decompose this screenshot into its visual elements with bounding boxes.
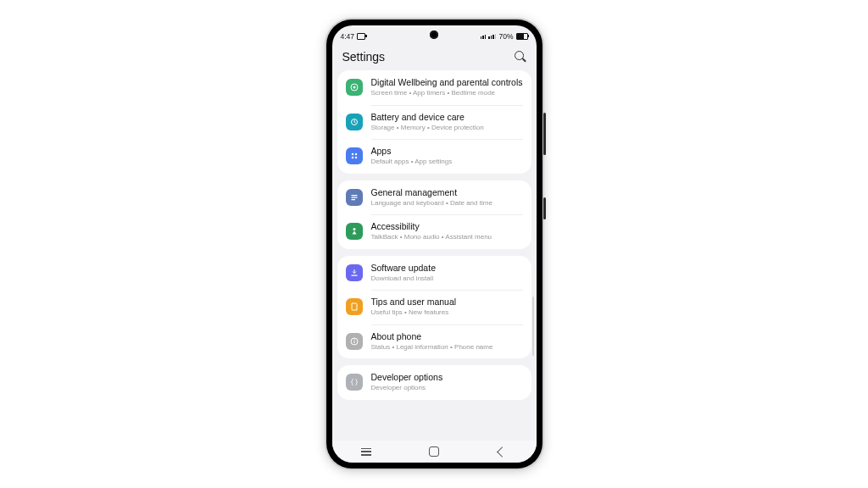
settings-list[interactable]: Digital Wellbeing and parental controlsS… [332, 70, 537, 400]
scrollbar[interactable] [532, 297, 534, 356]
phone-frame: 4:47 70% Settings Digital Wellbeing and … [326, 19, 542, 469]
video-icon [357, 33, 365, 40]
settings-item-text: Developer optionsDeveloper options [371, 372, 443, 393]
settings-item-subtitle: Developer options [371, 384, 443, 392]
nav-back[interactable] [496, 446, 508, 458]
svg-point-3 [351, 153, 353, 156]
settings-item-subtitle: Default apps • App settings [371, 158, 453, 166]
phone-screen: 4:47 70% Settings Digital Wellbeing and … [332, 25, 537, 463]
svg-rect-9 [351, 199, 355, 200]
settings-group: Software updateDownload and installTips … [337, 256, 531, 359]
settings-item-subtitle: Status • Legal information • Phone name [371, 343, 493, 352]
braces-icon [346, 374, 363, 391]
nav-home[interactable] [428, 446, 440, 458]
svg-point-6 [354, 157, 357, 159]
status-battery-pct: 70% [498, 32, 513, 41]
info-icon [346, 333, 363, 350]
settings-item-label: Apps [371, 146, 453, 157]
settings-item-text: About phoneStatus • Legal information • … [371, 331, 493, 352]
settings-item-subtitle: Download and install [371, 274, 436, 283]
settings-item-tips-user-manual[interactable]: Tips and user manualUseful tips • New fe… [337, 290, 531, 324]
care-icon [346, 114, 363, 130]
svg-rect-7 [351, 195, 357, 196]
settings-item-apps[interactable]: AppsDefault apps • App settings [337, 139, 531, 174]
settings-item-subtitle: Language and keyboard • Date and time [371, 199, 492, 208]
svg-rect-8 [351, 197, 357, 197]
settings-item-text: Digital Wellbeing and parental controlsS… [371, 77, 523, 98]
settings-item-accessibility[interactable]: AccessibilityTalkBack • Mono audio • Ass… [337, 214, 531, 249]
settings-item-battery-device-care[interactable]: Battery and device careStorage • Memory … [337, 105, 531, 140]
download-icon [346, 264, 363, 281]
battery-icon [516, 33, 528, 40]
settings-item-text: General managementLanguage and keyboard … [371, 187, 492, 208]
svg-point-4 [354, 153, 357, 156]
settings-item-label: Developer options [371, 372, 443, 383]
svg-point-5 [351, 157, 353, 159]
settings-item-subtitle: TalkBack • Mono audio • Assistant menu [371, 233, 492, 241]
svg-rect-13 [353, 341, 354, 343]
settings-item-digital-wellbeing[interactable]: Digital Wellbeing and parental controlsS… [337, 70, 531, 105]
settings-item-text: AppsDefault apps • App settings [371, 146, 453, 167]
search-icon[interactable] [515, 51, 526, 63]
lines-icon [346, 189, 363, 206]
app-header: Settings [332, 45, 537, 70]
svg-point-10 [353, 228, 355, 230]
volume-button [543, 113, 546, 155]
settings-item-label: Digital Wellbeing and parental controls [371, 77, 523, 88]
settings-item-label: Accessibility [371, 221, 492, 232]
settings-group: Developer optionsDeveloper options [337, 365, 531, 400]
settings-item-subtitle: Screen time • App timers • Bedtime mode [371, 89, 523, 97]
settings-group: Digital Wellbeing and parental controlsS… [337, 70, 531, 174]
settings-group: General managementLanguage and keyboard … [337, 180, 531, 249]
settings-item-label: Tips and user manual [371, 297, 457, 308]
svg-rect-11 [351, 274, 357, 275]
settings-item-label: General management [371, 187, 492, 198]
settings-item-subtitle: Useful tips • New features [371, 308, 457, 317]
person-icon [346, 223, 363, 240]
svg-point-1 [353, 86, 355, 89]
front-camera [430, 30, 438, 39]
grid-icon [346, 147, 363, 164]
settings-item-developer-options[interactable]: Developer optionsDeveloper options [337, 365, 531, 400]
settings-item-software-update[interactable]: Software updateDownload and install [337, 256, 531, 291]
settings-item-general-management[interactable]: General managementLanguage and keyboard … [337, 180, 531, 215]
nav-bar [332, 441, 537, 463]
settings-item-text: Battery and device careStorage • Memory … [371, 112, 484, 133]
target-icon [346, 79, 363, 96]
settings-item-label: About phone [371, 331, 493, 342]
settings-item-about-phone[interactable]: About phoneStatus • Legal information • … [337, 324, 531, 359]
status-time: 4:47 [341, 32, 355, 41]
page-title: Settings [342, 50, 386, 64]
settings-item-label: Software update [371, 263, 436, 274]
power-button [543, 197, 546, 219]
svg-rect-14 [353, 339, 354, 340]
book-icon [346, 298, 363, 315]
nav-recents[interactable] [360, 446, 372, 458]
settings-item-subtitle: Storage • Memory • Device protection [371, 124, 484, 132]
wifi-icon [481, 35, 487, 39]
settings-item-text: AccessibilityTalkBack • Mono audio • Ass… [371, 221, 492, 242]
stage: 4:47 70% Settings Digital Wellbeing and … [0, 0, 868, 488]
settings-item-text: Tips and user manualUseful tips • New fe… [371, 297, 457, 318]
settings-item-label: Battery and device care [371, 112, 484, 123]
settings-item-text: Software updateDownload and install [371, 263, 436, 284]
signal-icon [488, 34, 496, 39]
